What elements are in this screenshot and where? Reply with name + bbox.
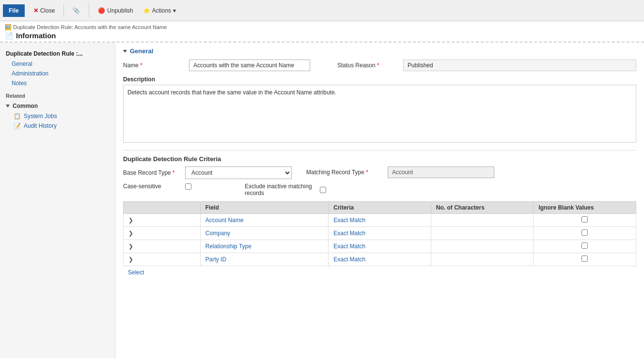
- col-header-chars: No. of Characters: [431, 202, 534, 214]
- exclude-inactive-label: Exclude inactive matching records: [245, 183, 312, 196]
- field-link-0[interactable]: Account Name: [205, 217, 244, 224]
- actions-label: Actions: [152, 7, 171, 14]
- checkbox-row: Case-sensitive Exclude inactive matching…: [123, 183, 636, 196]
- matching-record-value: Account: [388, 166, 494, 178]
- base-required: *: [173, 169, 175, 176]
- base-record-select[interactable]: Account: [185, 166, 292, 179]
- info-icon: 📄: [5, 32, 13, 40]
- title-area: 🖼️ Duplicate Detection Rule: Accounts wi…: [0, 21, 644, 43]
- related-label: Related: [0, 88, 115, 101]
- name-input[interactable]: [189, 60, 310, 71]
- general-expand-icon: [123, 50, 127, 53]
- toolbar: File ✕ Close 📎 🔴 Unpublish ⭐ Actions ▾: [0, 0, 644, 21]
- col-header-ignore: Ignore Blank Values: [534, 202, 636, 214]
- row-chars-2: [431, 240, 534, 253]
- row-ignore-2: [534, 240, 636, 253]
- row-ignore-3: [534, 253, 636, 266]
- base-record-row: Base Record Type * Account Matching Reco…: [123, 166, 636, 179]
- audit-history-icon: 📝: [14, 122, 21, 129]
- row-criteria-3: Exact Match: [329, 253, 431, 266]
- exclude-inactive-group: Exclude inactive matching records: [245, 183, 326, 196]
- attachment-icon: 📎: [73, 7, 80, 14]
- ignore-checkbox-0[interactable]: [581, 216, 588, 223]
- row-field-1: Company: [200, 227, 329, 240]
- criteria-link-1[interactable]: Exact Match: [333, 230, 365, 237]
- row-expand-2[interactable]: ❯: [124, 240, 201, 253]
- row-ignore-1: [534, 227, 636, 240]
- table-row: ❯ Account Name Exact Match: [124, 214, 636, 227]
- sidebar-section-title: Duplicate Detection Rule :...: [0, 46, 115, 59]
- criteria-link-3[interactable]: Exact Match: [333, 256, 365, 263]
- field-link-1[interactable]: Company: [205, 230, 230, 237]
- criteria-table: Field Criteria No. of Characters Ignore …: [123, 201, 636, 266]
- actions-icon: ⭐: [143, 7, 150, 14]
- sidebar: Duplicate Detection Rule :... General Ad…: [0, 43, 115, 358]
- status-reason-input[interactable]: [403, 60, 636, 71]
- separator-1: [63, 4, 64, 17]
- field-link-3[interactable]: Party ID: [205, 256, 226, 263]
- criteria-link-0[interactable]: Exact Match: [333, 217, 365, 224]
- row-field-0: Account Name: [200, 214, 329, 227]
- file-button[interactable]: File: [3, 4, 25, 17]
- criteria-link-2[interactable]: Exact Match: [333, 243, 365, 250]
- select-link[interactable]: Select: [128, 269, 144, 276]
- common-expand-icon: [6, 105, 10, 107]
- description-label: Description: [123, 76, 636, 83]
- sidebar-item-administration[interactable]: Administration: [0, 69, 115, 78]
- field-link-2[interactable]: Relationship Type: [205, 243, 251, 250]
- row-criteria-1: Exact Match: [329, 227, 431, 240]
- matching-record-group: Matching Record Type * Account: [306, 166, 494, 178]
- sidebar-item-audit-history[interactable]: 📝 Audit History: [0, 121, 115, 131]
- case-sensitive-label: Case-sensitive: [123, 183, 181, 190]
- row-chars-1: [431, 227, 534, 240]
- exclude-inactive-checkbox[interactable]: [320, 187, 326, 193]
- ignore-checkbox-1[interactable]: [581, 229, 588, 236]
- attachment-button[interactable]: 📎: [69, 5, 84, 16]
- row-field-2: Relationship Type: [200, 240, 329, 253]
- criteria-section-title: Duplicate Detection Rule Criteria: [123, 150, 636, 163]
- description-textarea[interactable]: [123, 85, 636, 143]
- main-layout: Duplicate Detection Rule :... General Ad…: [0, 43, 644, 358]
- unpublish-button[interactable]: 🔴 Unpublish: [94, 5, 137, 16]
- row-chars-0: [431, 214, 534, 227]
- page-icon: 🖼️: [5, 24, 12, 30]
- unpublish-icon: 🔴: [98, 7, 105, 14]
- row-expand-3[interactable]: ❯: [124, 253, 201, 266]
- col-header-field: Field: [200, 202, 329, 214]
- common-group-header[interactable]: Common: [0, 101, 115, 111]
- page-title: 📄 Information: [5, 31, 639, 40]
- close-button[interactable]: ✕ Close: [30, 5, 59, 16]
- col-header-criteria: Criteria: [329, 202, 431, 214]
- row-criteria-2: Exact Match: [329, 240, 431, 253]
- general-section-header: General: [123, 47, 636, 55]
- row-expand-1[interactable]: ❯: [124, 227, 201, 240]
- ignore-checkbox-2[interactable]: [581, 242, 588, 249]
- criteria-form: Base Record Type * Account Matching Reco…: [123, 166, 636, 196]
- unpublish-label: Unpublish: [107, 7, 133, 14]
- base-record-group: Base Record Type * Account: [123, 166, 292, 179]
- row-field-3: Party ID: [200, 253, 329, 266]
- sidebar-item-general[interactable]: General: [0, 59, 115, 69]
- system-jobs-icon: 📋: [14, 113, 21, 120]
- common-group-label: Common: [13, 103, 38, 109]
- table-row: ❯ Party ID Exact Match: [124, 253, 636, 266]
- name-row: Name * Status Reason *: [123, 60, 636, 71]
- matching-record-label: Matching Record Type *: [306, 169, 384, 176]
- name-label: Name *: [123, 62, 181, 69]
- table-row: ❯ Relationship Type Exact Match: [124, 240, 636, 253]
- actions-button[interactable]: ⭐ Actions ▾: [139, 5, 180, 16]
- table-row: ❯ Company Exact Match: [124, 227, 636, 240]
- actions-dropdown-icon: ▾: [173, 7, 176, 14]
- row-expand-0[interactable]: ❯: [124, 214, 201, 227]
- close-icon: ✕: [33, 7, 38, 14]
- content-area: General Name * Status Reason * Descripti…: [115, 43, 644, 358]
- status-reason-label: Status Reason *: [337, 62, 395, 69]
- row-chars-3: [431, 253, 534, 266]
- sidebar-item-system-jobs[interactable]: 📋 System Jobs: [0, 111, 115, 121]
- sidebar-item-notes[interactable]: Notes: [0, 78, 115, 88]
- matching-required: *: [366, 169, 368, 176]
- select-row: Select: [123, 266, 636, 279]
- case-sensitive-checkbox[interactable]: [185, 183, 191, 190]
- status-required: *: [377, 62, 379, 69]
- ignore-checkbox-3[interactable]: [581, 256, 588, 262]
